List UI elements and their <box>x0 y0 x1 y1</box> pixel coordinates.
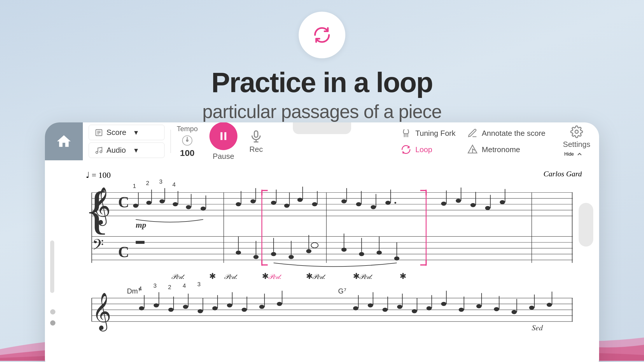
svg-point-42 <box>133 204 138 208</box>
svg-text:1: 1 <box>133 183 136 189</box>
settings-col: Settings Hide <box>557 125 590 158</box>
svg-text:C: C <box>118 243 129 260</box>
svg-point-170 <box>512 310 517 314</box>
svg-point-156 <box>397 305 402 309</box>
svg-point-101 <box>311 242 318 248</box>
svg-point-97 <box>288 255 294 259</box>
metronome-label: Metronome <box>482 145 520 154</box>
loop-button[interactable]: Loop <box>401 144 456 155</box>
svg-point-104 <box>359 252 364 256</box>
toolbar-center: Tempo 100 Pause <box>177 122 263 161</box>
sync-icon-button[interactable] <box>299 12 345 58</box>
pause-label: Pause <box>213 152 234 161</box>
svg-point-108 <box>394 256 399 261</box>
home-icon <box>56 133 72 150</box>
device-mockup: Score ▾ Audio ▾ Tempo <box>45 122 599 362</box>
svg-text:𝒫𝑒𝒹.: 𝒫𝑒𝒹. <box>359 273 373 280</box>
pause-button[interactable] <box>209 122 237 150</box>
svg-point-67 <box>297 198 302 202</box>
right-col2: Annotate the score Metronome <box>467 128 545 155</box>
main-title: Practice in a loop <box>147 67 497 98</box>
svg-text:𝄞: 𝄞 <box>92 293 111 332</box>
svg-text:𝒫𝑒𝒹.: 𝒫𝑒𝒹. <box>312 273 326 280</box>
settings-icon <box>570 125 583 138</box>
svg-rect-10 <box>224 132 226 140</box>
svg-text:✱: ✱ <box>209 272 216 281</box>
chevron-up-icon <box>576 151 583 158</box>
svg-text:𝄞: 𝄞 <box>92 187 111 226</box>
audio-icon <box>95 146 103 154</box>
tuning-fork-button[interactable]: Tuning Fork <box>401 128 456 138</box>
svg-point-158 <box>412 309 417 313</box>
svg-rect-9 <box>220 132 223 140</box>
score-dropdown[interactable]: Score ▾ <box>89 125 164 140</box>
pause-icon <box>218 130 229 142</box>
loop-label: Loop <box>415 145 432 154</box>
svg-point-75 <box>371 205 376 209</box>
svg-point-52 <box>201 207 206 211</box>
hide-button[interactable]: Hide <box>564 151 583 158</box>
svg-rect-11 <box>254 131 258 137</box>
toolbar-divider-1 <box>170 130 171 153</box>
right-col1: Tuning Fork Loop <box>401 128 456 155</box>
svg-point-46 <box>160 199 165 203</box>
tempo-label: Tempo <box>177 125 198 133</box>
svg-point-106 <box>377 251 382 255</box>
right-scroll-handle[interactable] <box>579 203 593 247</box>
score-arrow: ▾ <box>134 128 158 137</box>
svg-point-80 <box>441 202 446 206</box>
svg-point-172 <box>529 306 534 310</box>
composer-text: Carlos Gardel <box>543 170 582 178</box>
settings-button[interactable]: Settings <box>563 125 590 149</box>
svg-point-86 <box>485 206 490 210</box>
device-tab <box>293 122 351 134</box>
svg-text:4: 4 <box>172 181 176 188</box>
svg-text:C: C <box>118 194 129 210</box>
svg-text:𝄢: 𝄢 <box>92 236 104 256</box>
metronome-button[interactable]: Metronome <box>467 144 545 155</box>
svg-point-130 <box>139 306 144 310</box>
svg-text:4: 4 <box>183 282 186 289</box>
svg-point-144 <box>242 308 247 312</box>
annotate-icon <box>467 128 478 138</box>
audio-dropdown[interactable]: Audio ▾ <box>89 143 164 158</box>
scroll-bar[interactable] <box>50 240 54 293</box>
svg-point-48 <box>173 202 178 206</box>
svg-point-84 <box>470 203 476 207</box>
svg-point-174 <box>547 303 552 307</box>
svg-point-71 <box>341 199 346 203</box>
svg-point-160 <box>426 306 432 310</box>
svg-point-73 <box>356 202 361 206</box>
svg-text:𝒫𝑒𝒹.: 𝒫𝑒𝒹. <box>224 273 238 280</box>
svg-point-63 <box>271 201 276 205</box>
svg-point-18 <box>575 130 578 133</box>
home-button[interactable] <box>45 122 83 160</box>
svg-text:✱: ✱ <box>400 272 406 281</box>
svg-text:mp: mp <box>136 220 146 229</box>
settings-label: Settings <box>563 140 590 149</box>
svg-point-146 <box>259 305 265 309</box>
annotate-button[interactable]: Annotate the score <box>467 128 545 138</box>
rec-label: Rec <box>249 145 263 154</box>
svg-text:2: 2 <box>168 284 171 290</box>
svg-point-152 <box>368 303 373 307</box>
tempo-section: Tempo 100 <box>177 125 198 158</box>
svg-text:3: 3 <box>159 178 162 185</box>
svg-point-102 <box>341 248 346 252</box>
svg-point-162 <box>441 302 446 306</box>
audio-label: Audio <box>106 146 131 155</box>
svg-point-134 <box>168 308 174 312</box>
sheet-area: ♩ = 100 Carlos Gardel { 𝄞 <box>45 160 599 362</box>
svg-point-164 <box>459 308 464 312</box>
svg-point-166 <box>476 304 482 308</box>
svg-point-150 <box>353 306 358 310</box>
svg-point-154 <box>382 308 388 312</box>
tuning-fork-icon <box>401 128 411 138</box>
sync-icon <box>310 23 334 47</box>
svg-text:3: 3 <box>153 282 157 289</box>
svg-text:𝑆𝑒𝑑: 𝑆𝑒𝑑 <box>532 324 543 332</box>
svg-text:𝒫𝑒𝒹.: 𝒫𝑒𝒹. <box>268 273 282 280</box>
svg-point-59 <box>236 202 241 206</box>
svg-point-82 <box>456 199 461 203</box>
staff-container: ♩ = 100 Carlos Gardel { 𝄞 <box>45 160 599 362</box>
